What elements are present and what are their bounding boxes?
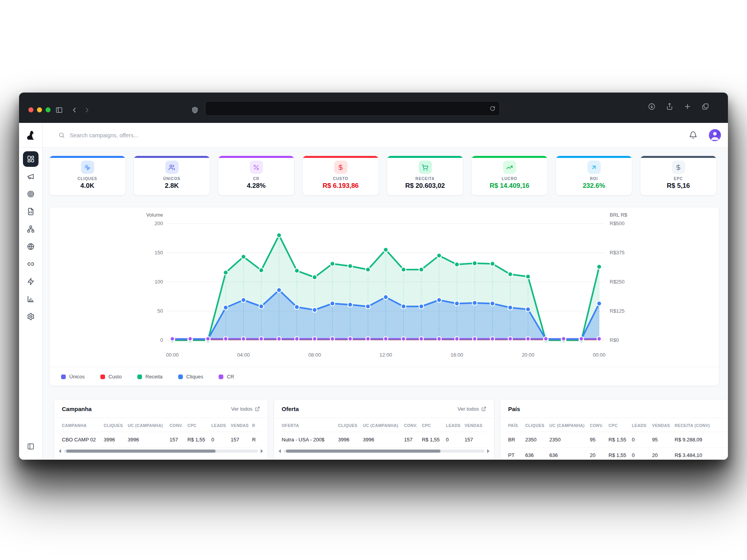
table-card-pais: PaísPAÍSCLIQUESUC (CAMPANHA)CONV.CPCLEAD… bbox=[500, 399, 728, 460]
notifications-bell-icon[interactable] bbox=[689, 131, 697, 139]
cart-icon bbox=[419, 161, 432, 174]
svg-text:08:00: 08:00 bbox=[308, 352, 321, 358]
svg-text:R$500: R$500 bbox=[610, 220, 624, 226]
data-table: PAÍSCLIQUESUC (CAMPANHA)CONV.CPCLEADSVEN… bbox=[508, 418, 728, 460]
legend-label: Cliques bbox=[186, 374, 203, 380]
scrollbar-track[interactable] bbox=[284, 450, 484, 453]
sidebar-item-funnels[interactable] bbox=[23, 221, 39, 237]
search-input[interactable] bbox=[70, 132, 233, 138]
collapse-sidebar-icon[interactable] bbox=[23, 439, 39, 454]
sidebar-toggle-icon[interactable] bbox=[56, 107, 63, 114]
tab-overview-icon[interactable] bbox=[701, 103, 709, 112]
close-button[interactable] bbox=[28, 107, 33, 112]
legend-label: Únicos bbox=[69, 374, 85, 380]
svg-text:200: 200 bbox=[154, 220, 163, 226]
dollar-icon bbox=[672, 161, 685, 174]
dog-logo-icon bbox=[25, 130, 36, 141]
horizontal-scrollbar bbox=[59, 449, 263, 453]
sidebar-item-reports[interactable] bbox=[23, 291, 39, 307]
sidebar-item-offers[interactable] bbox=[23, 186, 39, 202]
legend-item-custo[interactable]: Custo bbox=[100, 374, 122, 380]
table-cell: 20 bbox=[652, 448, 675, 460]
forward-icon[interactable] bbox=[83, 107, 91, 114]
zoom-button[interactable] bbox=[46, 107, 51, 112]
kpi-value: 4.0K bbox=[81, 182, 95, 190]
minimize-button[interactable] bbox=[37, 107, 42, 112]
scrollbar-thumb[interactable] bbox=[66, 450, 216, 453]
users-icon bbox=[165, 161, 179, 174]
user-avatar[interactable] bbox=[709, 129, 721, 141]
table-row[interactable]: Nutra - USA - 200$39963996157R$ 1,550157 bbox=[282, 432, 486, 448]
table-title: Oferta bbox=[282, 406, 299, 412]
table-cell: 0 bbox=[446, 432, 465, 448]
downloads-icon[interactable] bbox=[648, 103, 656, 112]
legend-item-únicos[interactable]: Únicos bbox=[61, 374, 85, 380]
sidebar-item-domains[interactable] bbox=[23, 239, 39, 254]
scroll-left-arrow[interactable] bbox=[279, 449, 281, 453]
sidebar-item-links[interactable] bbox=[23, 256, 39, 272]
chart-legend: ÚnicosCustoReceitaCliquesCR bbox=[49, 367, 719, 386]
app-logo[interactable] bbox=[19, 123, 42, 148]
column-header: UC (CAMPANHA) bbox=[128, 418, 170, 432]
table-cell: 0 bbox=[211, 432, 231, 448]
kpi-accent-bar bbox=[556, 156, 632, 158]
column-header: LEADS bbox=[211, 418, 231, 432]
sidebar bbox=[19, 123, 43, 460]
table-row[interactable]: PT63663620R$ 1,55020R$ 3.484,10 bbox=[508, 448, 728, 460]
column-header: LEADS bbox=[446, 418, 465, 432]
trend-up-icon bbox=[503, 161, 516, 174]
browser-chrome bbox=[19, 93, 728, 123]
svg-text:04:00: 04:00 bbox=[237, 352, 250, 358]
svg-text:150: 150 bbox=[154, 250, 163, 256]
column-header: CPC bbox=[422, 418, 446, 432]
column-header: R bbox=[252, 418, 260, 432]
legend-swatch bbox=[219, 374, 223, 379]
kpi-label: CUSTO bbox=[333, 177, 348, 181]
kpi-value: 2.8K bbox=[165, 182, 179, 190]
svg-text:00:00: 00:00 bbox=[166, 352, 179, 358]
ver-todos-link[interactable]: Ver todos bbox=[458, 406, 486, 412]
column-header: PAÍS bbox=[508, 418, 525, 432]
legend-item-receita[interactable]: Receita bbox=[137, 374, 163, 380]
ver-todos-link[interactable]: Ver todos bbox=[231, 406, 260, 412]
share-icon[interactable] bbox=[666, 103, 673, 112]
browser-window: CLIQUES4.0KÚNICOS2.8KCR4.28%CUSTOR$ 6.19… bbox=[19, 93, 728, 460]
column-header: UC (CAMPANHA) bbox=[549, 418, 590, 432]
table-cell: 157 bbox=[465, 432, 486, 448]
table-cell: 3996 bbox=[363, 432, 404, 448]
table-cell: R$ 1,55 bbox=[422, 432, 446, 448]
sidebar-item-dashboard[interactable] bbox=[23, 151, 39, 167]
scroll-right-arrow[interactable] bbox=[487, 449, 489, 453]
table-cell: Nutra - USA - 200$ bbox=[282, 432, 338, 448]
legend-item-cr[interactable]: CR bbox=[219, 374, 234, 380]
back-icon[interactable] bbox=[71, 107, 79, 114]
kpi-accent-bar bbox=[303, 156, 379, 158]
scroll-left-arrow[interactable] bbox=[59, 449, 61, 453]
reload-icon[interactable] bbox=[489, 105, 496, 112]
table-cell: R$ 9.288,09 bbox=[675, 432, 728, 448]
sidebar-item-landing-pages[interactable] bbox=[23, 204, 39, 219]
scrollbar-track[interactable] bbox=[64, 450, 258, 453]
shield-icon[interactable] bbox=[191, 107, 199, 114]
kpi-label: RECEITA bbox=[416, 177, 435, 181]
url-bar[interactable] bbox=[205, 101, 500, 116]
scrollbar-thumb[interactable] bbox=[286, 450, 440, 453]
table-cell: 3996 bbox=[338, 432, 363, 448]
table-cell: 0 bbox=[632, 448, 652, 460]
legend-item-cliques[interactable]: Cliques bbox=[178, 374, 203, 380]
table-row[interactable]: BR2350235095R$ 1,55095R$ 9.288,09 bbox=[508, 432, 728, 448]
kpi-label: CLIQUES bbox=[77, 177, 97, 181]
scroll-right-arrow[interactable] bbox=[261, 449, 263, 453]
kpi-card-lucro: LUCROR$ 14.409,16 bbox=[471, 156, 548, 196]
table-cell: 636 bbox=[549, 448, 590, 460]
new-tab-icon[interactable] bbox=[684, 103, 691, 112]
table-cell: R$ 1,55 bbox=[188, 432, 212, 448]
svg-text:12:00: 12:00 bbox=[379, 352, 392, 358]
table-row[interactable]: CBO CAMP 0239963996157R$ 1,550157R bbox=[62, 432, 260, 448]
sidebar-item-automations[interactable] bbox=[23, 274, 39, 289]
sidebar-item-campaigns[interactable] bbox=[23, 169, 39, 184]
sidebar-item-settings[interactable] bbox=[23, 309, 39, 324]
kpi-accent-bar bbox=[218, 156, 294, 158]
table-cell: CBO CAMP 02 bbox=[62, 432, 103, 448]
svg-text:0: 0 bbox=[160, 337, 163, 343]
